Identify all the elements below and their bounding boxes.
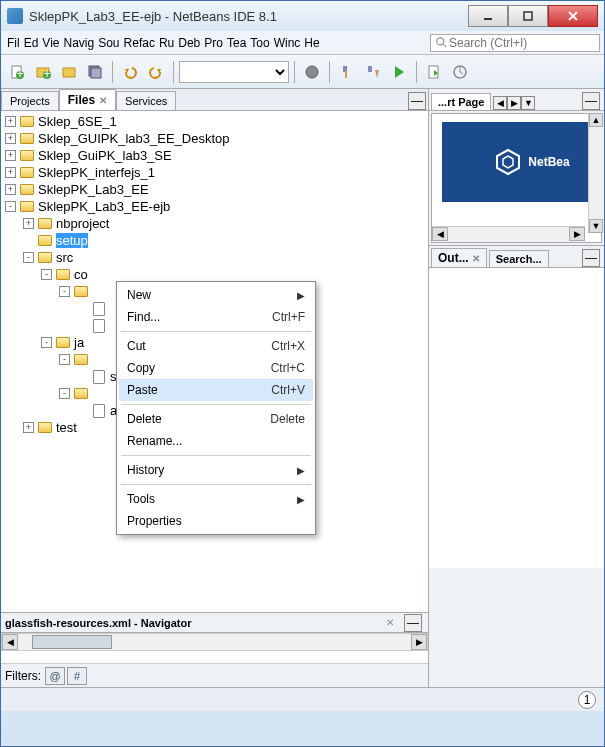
collapse-icon[interactable]: - xyxy=(59,286,70,297)
submenu-arrow-icon: ▶ xyxy=(297,494,305,505)
redo-button[interactable] xyxy=(144,60,168,84)
tree-row[interactable]: +Sklep_6SE_1 xyxy=(1,113,428,130)
vertical-scrollbar[interactable]: ▲ ▼ xyxy=(588,113,604,233)
scroll-thumb[interactable] xyxy=(32,635,112,649)
menu-file[interactable]: Fil xyxy=(5,34,22,52)
close-icon[interactable]: ✕ xyxy=(472,253,480,264)
filter-button-2[interactable]: # xyxy=(67,667,87,685)
menu-window[interactable]: Winc xyxy=(272,34,303,52)
menu-view[interactable]: Vie xyxy=(40,34,61,52)
expand-icon[interactable]: + xyxy=(5,150,16,161)
expand-icon[interactable]: + xyxy=(5,184,16,195)
context-menu-item-new[interactable]: New▶ xyxy=(119,284,313,306)
tree-row[interactable]: -src xyxy=(1,249,428,266)
svg-line-22 xyxy=(460,72,463,74)
filter-button-1[interactable]: @ xyxy=(45,667,65,685)
scroll-up-button[interactable]: ▲ xyxy=(589,113,603,127)
tab-output[interactable]: Out... ✕ xyxy=(431,248,487,267)
context-menu-item-find[interactable]: Find...Ctrl+F xyxy=(119,306,313,328)
run-button[interactable] xyxy=(387,60,411,84)
expand-icon[interactable]: + xyxy=(23,218,34,229)
scroll-down-button[interactable]: ▼ xyxy=(589,219,603,233)
clean-build-button[interactable] xyxy=(361,60,385,84)
context-menu-item-history[interactable]: History▶ xyxy=(119,459,313,481)
expand-icon[interactable]: + xyxy=(5,116,16,127)
tree-row[interactable]: +nbproject xyxy=(1,215,428,232)
new-project-button[interactable]: + xyxy=(31,60,55,84)
tree-row[interactable]: +SklepPK_interfejs_1 xyxy=(1,164,428,181)
filters-label: Filters: xyxy=(5,669,41,683)
expand-icon[interactable]: + xyxy=(23,422,34,433)
browser-button[interactable] xyxy=(300,60,324,84)
tab-start-page[interactable]: ...rt Page xyxy=(431,93,491,110)
context-menu-item-tools[interactable]: Tools▶ xyxy=(119,488,313,510)
tab-list-button[interactable]: ▼ xyxy=(521,96,535,110)
context-menu-item-paste[interactable]: PasteCtrl+V xyxy=(119,379,313,401)
quick-search[interactable] xyxy=(430,34,600,52)
context-menu-item-cut[interactable]: CutCtrl+X xyxy=(119,335,313,357)
globe-icon xyxy=(304,64,320,80)
collapse-icon[interactable]: - xyxy=(59,354,70,365)
tab-search-results[interactable]: Search... xyxy=(489,250,549,267)
menu-run[interactable]: Ru xyxy=(157,34,176,52)
expand-icon[interactable]: + xyxy=(5,133,16,144)
build-button[interactable] xyxy=(335,60,359,84)
scroll-left-button[interactable]: ◀ xyxy=(432,227,448,241)
scroll-left-button[interactable]: ◀ xyxy=(2,634,18,650)
tree-row[interactable]: setup xyxy=(1,232,428,249)
collapse-icon[interactable]: - xyxy=(59,388,70,399)
file-tree[interactable]: +Sklep_6SE_1+Sklep_GUIPK_lab3_EE_Desktop… xyxy=(1,111,428,612)
scroll-right-button[interactable]: ▶ xyxy=(411,634,427,650)
context-menu-item-copy[interactable]: CopyCtrl+C xyxy=(119,357,313,379)
menu-team[interactable]: Tea xyxy=(225,34,248,52)
notifications-button[interactable]: 1 xyxy=(578,691,596,709)
tab-projects[interactable]: Projects xyxy=(1,91,59,110)
maximize-editor-button[interactable]: — xyxy=(582,92,600,110)
menu-tools[interactable]: Too xyxy=(248,34,271,52)
menu-navigate[interactable]: Navig xyxy=(62,34,97,52)
save-all-button[interactable] xyxy=(83,60,107,84)
tree-spacer xyxy=(77,371,88,382)
tree-row[interactable]: -SklepPK_Lab3_EE-ejb xyxy=(1,198,428,215)
menu-refactor[interactable]: Refac xyxy=(122,34,157,52)
menu-debug[interactable]: Deb xyxy=(176,34,202,52)
context-menu-item-delete[interactable]: DeleteDelete xyxy=(119,408,313,430)
minimize-panel-button[interactable]: — xyxy=(404,614,422,632)
tree-row[interactable]: +Sklep_GuiPK_lab3_SE xyxy=(1,147,428,164)
close-button[interactable] xyxy=(548,5,598,27)
new-file-button[interactable]: + xyxy=(5,60,29,84)
minimize-panel-button[interactable]: — xyxy=(408,92,426,110)
context-menu-item-rename[interactable]: Rename... xyxy=(119,430,313,452)
svg-line-5 xyxy=(443,43,447,47)
config-dropdown[interactable] xyxy=(179,61,289,83)
undo-button[interactable] xyxy=(118,60,142,84)
menu-source[interactable]: Sou xyxy=(96,34,121,52)
maximize-button[interactable] xyxy=(508,5,548,27)
expand-icon[interactable]: + xyxy=(5,167,16,178)
collapse-icon[interactable]: - xyxy=(41,269,52,280)
menu-edit[interactable]: Ed xyxy=(22,34,41,52)
menu-profile[interactable]: Pro xyxy=(202,34,225,52)
debug-button[interactable] xyxy=(422,60,446,84)
collapse-icon[interactable]: - xyxy=(5,201,16,212)
menu-help[interactable]: He xyxy=(302,34,321,52)
tree-row[interactable]: +Sklep_GUIPK_lab3_EE_Desktop xyxy=(1,130,428,147)
minimize-panel-button[interactable]: — xyxy=(582,249,600,267)
close-icon[interactable]: ✕ xyxy=(386,617,394,628)
collapse-icon[interactable]: - xyxy=(23,252,34,263)
context-menu-item-properties[interactable]: Properties xyxy=(119,510,313,532)
navigator-title: glassfish-resources.xml - Navigator xyxy=(5,617,386,629)
minimize-button[interactable] xyxy=(468,5,508,27)
horizontal-scrollbar[interactable]: ◀ ▶ xyxy=(1,633,428,651)
tab-scroll-left[interactable]: ◀ xyxy=(493,96,507,110)
tab-files[interactable]: Files✕ xyxy=(59,89,116,110)
profile-button[interactable] xyxy=(448,60,472,84)
tab-services[interactable]: Services xyxy=(116,91,176,110)
scroll-right-button[interactable]: ▶ xyxy=(569,227,585,241)
collapse-icon[interactable]: - xyxy=(41,337,52,348)
tab-scroll-right[interactable]: ▶ xyxy=(507,96,521,110)
tree-row[interactable]: +SklepPK_Lab3_EE xyxy=(1,181,428,198)
search-input[interactable] xyxy=(449,36,589,50)
close-icon[interactable]: ✕ xyxy=(99,95,107,106)
open-project-button[interactable] xyxy=(57,60,81,84)
